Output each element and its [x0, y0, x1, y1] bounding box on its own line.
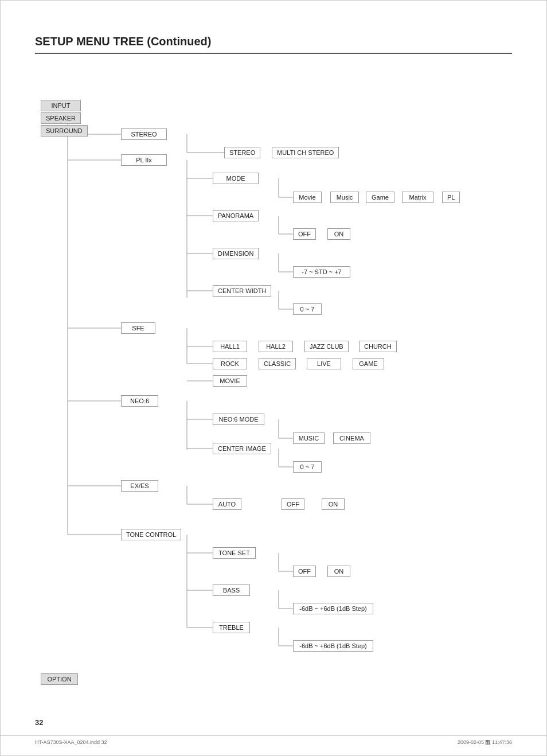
dim-range-node: -7 ~ STD ~ +7 [293, 266, 350, 278]
off-exes-node: OFF [282, 498, 304, 510]
classic-node: CLASSIC [259, 358, 296, 369]
hall1-node: HALL1 [213, 341, 247, 352]
treble-range-node: -6dB ~ +6dB (1dB Step) [293, 640, 373, 652]
panorama-off-node: OFF [293, 228, 316, 240]
option-node: OPTION [41, 673, 78, 685]
stereo-val-node: STEREO [224, 147, 260, 158]
auto-node: AUTO [213, 498, 241, 510]
bass-node: BASS [213, 584, 250, 596]
input-node: INPUT [41, 100, 81, 111]
footer-right: 2009-02-05 ᪮ 11:47:36 [458, 739, 512, 745]
page-title: SETUP MENU TREE (Continued) [35, 35, 512, 54]
diagram: INPUT SPEAKER SURROUND STEREO STEREO MUL… [35, 71, 528, 662]
panorama-on-node: ON [327, 228, 350, 240]
bass-range-node: -6dB ~ +6dB (1dB Step) [293, 603, 373, 614]
game-node: Game [366, 192, 394, 203]
live-node: LIVE [307, 358, 341, 369]
neo6-node: NEO:6 [121, 395, 158, 407]
hall2-node: HALL2 [259, 341, 293, 352]
sfe-node: SFE [121, 322, 155, 334]
game2-node: GAME [353, 358, 384, 369]
tone-control-node: TONE CONTROL [121, 529, 181, 540]
center-image-node: CENTER IMAGE [213, 443, 271, 454]
speaker-node: SPEAKER [41, 112, 81, 124]
dimension-node: DIMENSION [213, 248, 259, 259]
matrix-node: Matrix [402, 192, 433, 203]
ci-range-node: 0 ~ 7 [293, 461, 322, 473]
panorama-node: PANORAMA [213, 210, 259, 221]
music-pl-node: Music [330, 192, 359, 203]
cw-range-node: 0 ~ 7 [293, 303, 322, 315]
tone-off-node: OFF [293, 566, 316, 577]
multi-ch-stereo-node: MULTI CH STEREO [272, 147, 339, 158]
movie-node: Movie [293, 192, 322, 203]
rock-node: ROCK [213, 358, 247, 369]
page-number: 32 [35, 718, 43, 727]
church-node: CHURCH [359, 341, 397, 352]
jazz-club-node: JAZZ CLUB [304, 341, 349, 352]
center-width-node: CENTER WIDTH [213, 285, 271, 297]
neo6-mode-node: NEO:6 MODE [213, 414, 264, 425]
treble-node: TREBLE [213, 622, 250, 633]
on-exes-node: ON [322, 498, 345, 510]
stereo-node: STEREO [121, 128, 167, 140]
surround-node: SURROUND [41, 125, 88, 137]
pl-node: PL [442, 192, 460, 203]
music-neo-node: MUSIC [293, 432, 325, 444]
mode-node: MODE [213, 173, 259, 184]
tone-on-node: ON [327, 566, 350, 577]
exes-node: EX/ES [121, 480, 158, 492]
cinema-node: CINEMA [333, 432, 370, 444]
pl-iix-node: PL IIx [121, 154, 167, 166]
footer-left: HT-AS730S-XAA_0204.indd 32 [35, 739, 107, 745]
tone-set-node: TONE SET [213, 547, 256, 559]
movie2-node: MOVIE [213, 375, 247, 387]
